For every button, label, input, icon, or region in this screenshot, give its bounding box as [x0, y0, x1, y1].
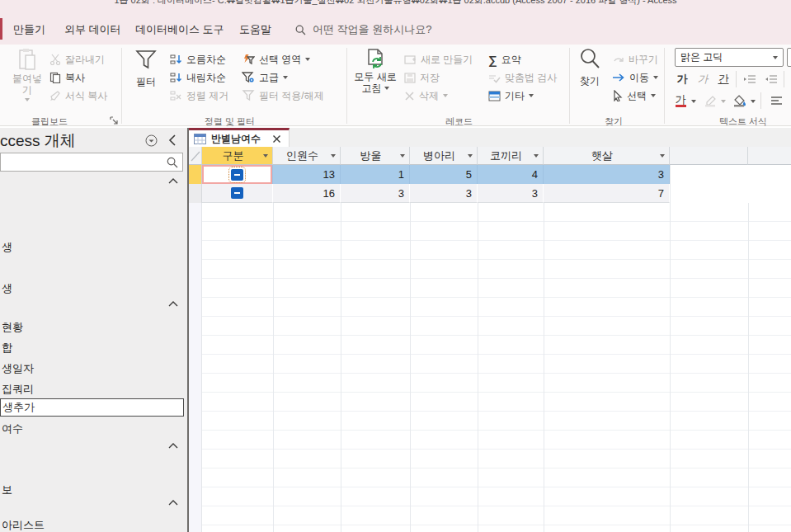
group-collapse-chevron[interactable]	[168, 442, 178, 449]
group-collapse-chevron[interactable]	[168, 177, 178, 184]
shutter-close-button[interactable]	[167, 134, 177, 147]
close-icon[interactable]	[272, 134, 281, 144]
record-selector[interactable]	[189, 165, 202, 184]
nav-item[interactable]: 아리스트	[2, 518, 45, 532]
cell-value[interactable]: 5	[410, 165, 478, 184]
column-header-haetsal[interactable]: 햇살	[544, 147, 670, 165]
file-tab-edge[interactable]	[0, 18, 2, 40]
cell-value[interactable]: 16	[273, 184, 341, 203]
document-tab[interactable]: 반별남여수	[189, 128, 290, 147]
clipboard-dialog-launcher[interactable]	[110, 116, 118, 125]
replace-button[interactable]: 바꾸기	[612, 51, 658, 68]
tab-external-data[interactable]: 외부 데이터	[61, 18, 125, 41]
filter-dropdown-icon[interactable]	[263, 154, 268, 158]
font-color-dropdown[interactable]	[691, 100, 696, 103]
tab-create[interactable]: 만들기	[10, 18, 49, 41]
highlight-dropdown[interactable]	[721, 100, 726, 103]
toggle-button-icon[interactable]	[231, 187, 243, 199]
toggle-button-icon[interactable]	[231, 169, 243, 181]
table-row: 13 1 5 4 3	[189, 165, 670, 184]
group-collapse-chevron[interactable]	[168, 300, 178, 307]
goto-button[interactable]: 이동	[612, 69, 658, 86]
advanced-funnel-icon	[242, 72, 255, 83]
select-all-corner[interactable]	[189, 147, 202, 165]
spelling-button[interactable]: 맞춤법 검사	[488, 69, 557, 86]
nav-item[interactable]: 현황	[2, 320, 23, 335]
nav-item[interactable]: 생	[2, 281, 12, 296]
cell-value[interactable]: 3	[341, 184, 410, 203]
tell-me-label: 어떤 작업을 원하시나요?	[313, 18, 431, 41]
cell-value[interactable]: 7	[544, 184, 670, 203]
increase-indent-button[interactable]	[741, 71, 759, 87]
copy-button[interactable]: 복사	[49, 69, 85, 86]
column-header-byeongari[interactable]: 병아리	[410, 147, 478, 165]
filter-dropdown-icon[interactable]	[534, 154, 539, 158]
nav-item[interactable]: 생	[2, 240, 12, 255]
select-button[interactable]: 선택	[612, 87, 656, 104]
cell-value[interactable]: 3	[478, 184, 544, 203]
copy-icon	[49, 72, 61, 83]
filter-dropdown-icon[interactable]	[331, 154, 336, 158]
find-button[interactable]: 찾기	[575, 48, 605, 87]
group-separator	[664, 48, 665, 124]
filter-dropdown-icon[interactable]	[468, 154, 473, 158]
highlight-button[interactable]	[701, 92, 719, 109]
fill-color-button[interactable]	[731, 92, 749, 109]
font-color-button[interactable]: 가	[671, 92, 690, 109]
more-button[interactable]: 기타	[488, 87, 534, 104]
nav-pane-menu-button[interactable]	[145, 134, 158, 147]
nav-item[interactable]: 여수	[2, 421, 23, 436]
cut-label: 잘라내기	[65, 53, 105, 67]
underline-button[interactable]: 간	[714, 71, 732, 87]
delete-button[interactable]: 삭제	[404, 87, 448, 104]
nav-item[interactable]: 보	[2, 483, 12, 497]
font-size-combo[interactable]	[787, 48, 791, 67]
align-left-button[interactable]	[767, 92, 785, 109]
selection-filter-button[interactable]: 선택 영역	[242, 51, 310, 68]
tell-me-search[interactable]: 어떤 작업을 원하시나요?	[295, 18, 431, 41]
font-name-combo[interactable]: 맑은 고딕	[675, 48, 784, 67]
filter-dropdown-icon[interactable]	[660, 154, 665, 158]
column-header-inwonsu[interactable]: 인원수	[273, 147, 341, 165]
decrease-indent-button[interactable]	[762, 71, 780, 87]
cell-value[interactable]: 4	[478, 165, 544, 184]
new-record-button[interactable]: 새로 만들기	[404, 51, 473, 68]
sort-descending-button[interactable]: 내림차순	[170, 69, 226, 86]
filter-dropdown-icon[interactable]	[400, 154, 405, 158]
column-header-bangul[interactable]: 방울	[341, 147, 410, 165]
bold-button[interactable]: 가	[673, 71, 691, 87]
nav-item[interactable]: 합	[2, 341, 12, 355]
nav-item[interactable]: 집쿼리	[2, 382, 34, 397]
cell-value[interactable]: 13	[273, 165, 341, 184]
totals-button[interactable]: ∑ 요약	[488, 51, 521, 68]
tab-db-tools[interactable]: 데이터베이스 도구	[132, 18, 228, 41]
nav-item-selected[interactable]: 생추가	[0, 398, 184, 417]
fill-color-dropdown[interactable]	[751, 100, 756, 103]
toggle-filter-button[interactable]: 필터 적용/해제	[242, 87, 324, 104]
sort-ascending-button[interactable]: 오름차순	[170, 51, 226, 68]
copy-label: 복사	[65, 71, 85, 85]
nav-search-input[interactable]	[0, 153, 183, 172]
cell-gubun[interactable]	[202, 184, 273, 203]
nav-item[interactable]: 생일자	[2, 361, 34, 376]
record-selector[interactable]	[189, 184, 202, 203]
save-button[interactable]: 저장	[404, 69, 440, 86]
cut-button[interactable]: 잘라내기	[49, 51, 105, 68]
format-painter-button[interactable]: 서식 복사	[49, 87, 107, 104]
column-header-kokkiri[interactable]: 코끼리	[478, 147, 544, 165]
remove-sort-button[interactable]: 정렬 제거	[170, 87, 228, 104]
column-header-gubun[interactable]: 구분	[202, 147, 273, 165]
cell-value[interactable]: 3	[544, 165, 670, 184]
cell-value[interactable]: 3	[410, 184, 478, 203]
access-window: 1급 02회 : 데이터베이스- C:₩길벗컴활₩1급기출_실전₩02 외전기출…	[0, 0, 791, 532]
refresh-all-button[interactable]: 모두 새로 고침	[353, 48, 398, 94]
group-collapse-chevron[interactable]	[168, 499, 178, 506]
font-combo-dropdown	[773, 56, 778, 59]
filter-button[interactable]: 필터	[129, 48, 163, 87]
cell-value[interactable]: 1	[341, 165, 410, 184]
cell-gubun-current[interactable]	[202, 165, 273, 184]
tab-help[interactable]: 도움말	[236, 18, 275, 41]
italic-button[interactable]: 가	[694, 71, 712, 87]
paste-button[interactable]: 붙여넣기	[8, 48, 46, 101]
advanced-filter-button[interactable]: 고급	[242, 69, 288, 86]
